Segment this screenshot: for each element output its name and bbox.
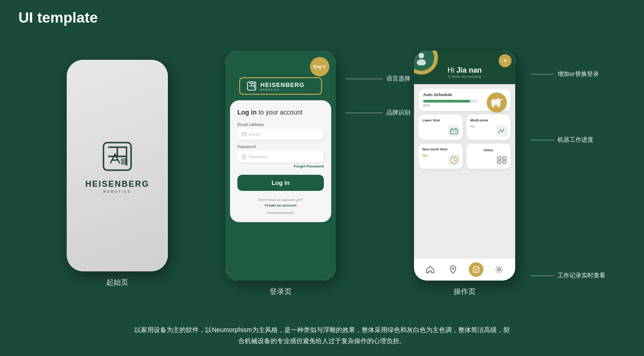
svg-rect-10 — [497, 98, 500, 101]
email-label: Email Address — [237, 122, 324, 127]
home-indicator — [267, 212, 294, 214]
svg-point-9 — [497, 104, 500, 107]
brand-icon — [247, 81, 257, 91]
svg-line-18 — [454, 160, 456, 161]
progress-bar-fill — [423, 100, 470, 103]
multi-zone-card[interactable]: Multi-zone No — [466, 115, 511, 140]
auto-schedule-card[interactable]: Auto Schedule 87% — [419, 89, 511, 111]
mower-icon — [487, 92, 507, 113]
annotation-progress-text: 机器工作进度 — [558, 136, 593, 144]
nav-settings[interactable] — [492, 262, 506, 277]
email-input[interactable]: Email — [237, 129, 324, 140]
phone1-label: 起始页 — [106, 278, 128, 287]
svg-rect-12 — [450, 129, 458, 134]
email-icon — [242, 132, 247, 136]
other-title: Other — [470, 148, 507, 152]
location-icon — [450, 265, 456, 274]
phone3-container: + Hi Jia nan 6 Tasks are pending Auto Sc… — [414, 51, 515, 297]
password-input[interactable]: Password — [237, 151, 324, 162]
lock-icon — [242, 154, 246, 159]
annotation-realtime-text: 工作记录实时查看 — [558, 271, 605, 280]
page-title: UI template — [18, 9, 98, 26]
nav-home[interactable] — [423, 262, 437, 277]
svg-point-15 — [455, 128, 457, 129]
annotation-add-login: 增加or替换登录 — [531, 70, 599, 78]
bottom-nav — [414, 258, 515, 281]
bottom-description: 以家用设备为主的软件，以Neumorphism为主风格，是一种类似与浮雕的效果，… — [133, 325, 511, 347]
progress-bar-container — [423, 100, 477, 103]
signup-text: Don't have an account yet? Create an acc… — [237, 197, 324, 208]
nav-tasks[interactable] — [469, 262, 483, 277]
login-button[interactable]: Log in — [237, 175, 324, 191]
gear-icon — [495, 265, 503, 274]
login-title: Log in to your account — [237, 109, 324, 116]
svg-point-6 — [417, 59, 426, 65]
phone1-body: HEISENBERG ROBOTICS — [67, 60, 168, 271]
clock-icon — [448, 154, 460, 166]
svg-rect-4 — [242, 156, 246, 159]
svg-rect-20 — [503, 157, 506, 160]
svg-point-28 — [498, 268, 500, 271]
login-card: Log in to your account Email Address Ema… — [230, 100, 331, 222]
annotation-lang-text: 语言选择 — [386, 75, 410, 83]
home-icon — [426, 266, 434, 273]
splash-logo: HEISENBERG ROBOTICS — [85, 138, 149, 193]
svg-rect-21 — [498, 161, 501, 163]
clock-svg — [450, 156, 458, 164]
other-icon — [496, 154, 508, 166]
svg-point-5 — [419, 53, 424, 58]
add-account-button[interactable]: + — [499, 54, 512, 67]
info-grid: Lawn Size Multi-zone — [419, 115, 511, 169]
svg-point-23 — [452, 268, 454, 270]
forget-password[interactable]: Forget Password — [237, 164, 324, 168]
non-work-time-card[interactable]: Non work time No — [419, 144, 463, 169]
lawn-size-title: Lawn Size — [422, 118, 459, 122]
lawn-svg — [450, 128, 458, 134]
logo-icon — [99, 138, 136, 175]
annotation-realtime: 工作记录实时查看 — [531, 271, 605, 280]
login-brand-name: HEISENBERG — [260, 81, 305, 88]
phone2-label: 登录页 — [270, 287, 292, 297]
lawn-icon — [448, 125, 460, 137]
svg-rect-22 — [503, 161, 506, 163]
annotation-lang: 语言选择 — [346, 75, 410, 83]
avatar-icon — [414, 51, 429, 65]
password-label: Password — [237, 144, 324, 149]
multizone-svg — [498, 128, 506, 134]
mower-svg — [490, 98, 503, 108]
phone3-label: 操作页 — [454, 287, 476, 297]
splash-brand-name: HEISENBERG — [85, 179, 149, 189]
nav-location[interactable] — [446, 262, 460, 277]
svg-rect-19 — [498, 157, 501, 160]
non-work-title: Non work time — [422, 147, 459, 151]
dashboard-body: Auto Schedule 87% — [414, 84, 515, 194]
other-svg — [497, 156, 506, 164]
tasks-text: 6 Tasks are pending — [420, 75, 509, 79]
svg-point-8 — [492, 104, 494, 107]
dashboard-screen: + Hi Jia nan 6 Tasks are pending Auto Sc… — [414, 51, 515, 281]
svg-point-14 — [452, 128, 453, 129]
other-card[interactable]: Other — [466, 144, 511, 169]
multi-zone-title: Multi-zone — [470, 118, 507, 122]
phone2-container: Eng ∨ HEISENBERG ROBOTICS L — [225, 51, 336, 297]
annotation-brand-text: 品牌识别 — [386, 109, 410, 117]
tasks-icon — [472, 266, 480, 273]
phone2-body: Eng ∨ HEISENBERG ROBOTICS L — [225, 51, 336, 281]
bottom-section: 以家用设备为主的软件，以Neumorphism为主风格，是一种类似与浮雕的效果，… — [0, 325, 644, 347]
annotation-brand: 品牌识别 — [346, 109, 410, 117]
annotation-add-login-text: 增加or替换登录 — [558, 70, 599, 78]
annotation-progress: 机器工作进度 — [531, 136, 593, 144]
phone1-screen: HEISENBERG ROBOTICS — [67, 60, 168, 271]
svg-rect-1 — [121, 158, 127, 165]
login-phone-bg: Eng ∨ HEISENBERG ROBOTICS L — [225, 51, 336, 281]
phone3-body: + Hi Jia nan 6 Tasks are pending Auto Sc… — [414, 51, 515, 281]
lang-button[interactable]: Eng ∨ — [310, 57, 329, 76]
splash-brand-sub: ROBOTICS — [104, 190, 132, 193]
login-brand-sub: ROBOTICS — [260, 88, 305, 91]
multizone-icon — [496, 125, 508, 137]
svg-line-11 — [500, 99, 502, 100]
brand-bar: HEISENBERG ROBOTICS — [239, 77, 322, 95]
phone1-container: HEISENBERG ROBOTICS 起始页 — [67, 60, 168, 287]
lawn-size-card[interactable]: Lawn Size — [419, 115, 463, 140]
